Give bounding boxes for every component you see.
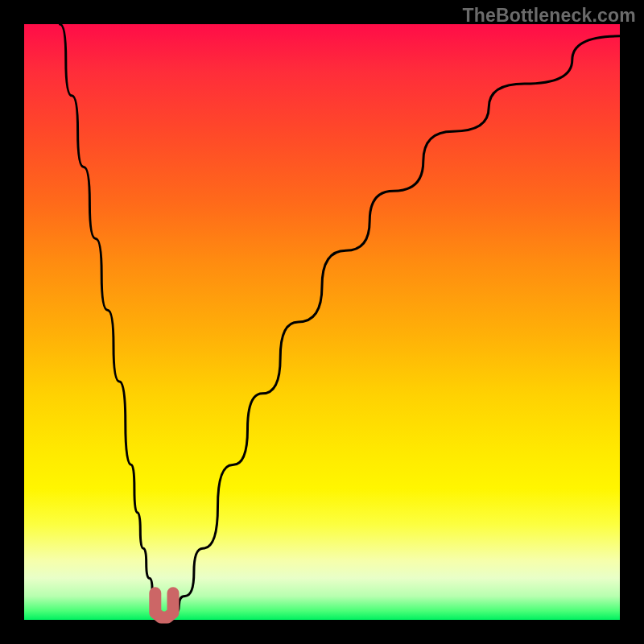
watermark-text: TheBottleneck.com — [462, 5, 636, 27]
valley-marker — [155, 593, 173, 617]
chart-svg — [24, 24, 620, 620]
curve-right-branch — [173, 36, 620, 614]
curve-left-branch — [60, 24, 161, 614]
chart-frame: TheBottleneck.com — [0, 0, 644, 644]
chart-plot-area — [24, 24, 620, 620]
